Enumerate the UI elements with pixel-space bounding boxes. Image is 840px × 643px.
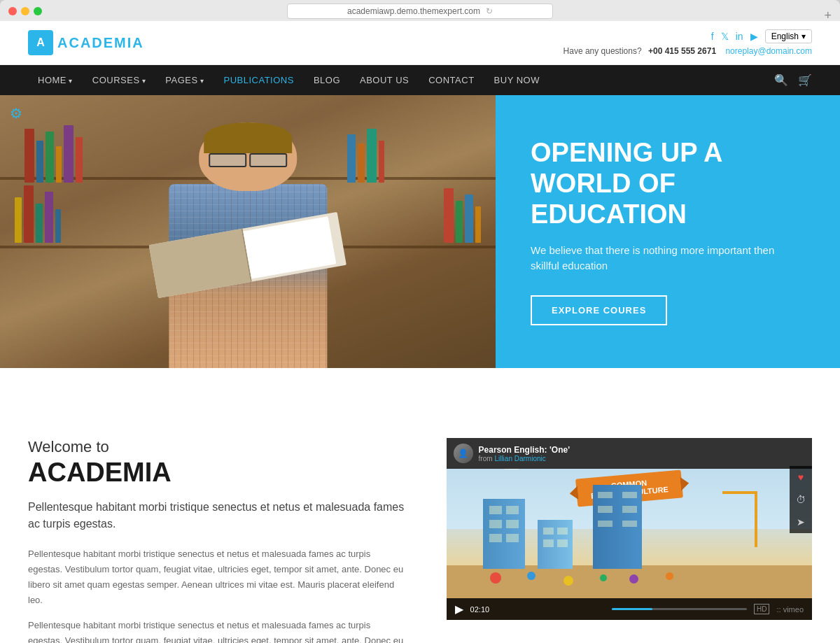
welcome-column: Welcome to ACADEMIA Pellentesque habitan…: [28, 438, 405, 643]
top-bar: A ACADEMIA f 𝕏 in ▶ English ▾ Have any q…: [0, 21, 840, 65]
settings-icon[interactable]: ⚙: [10, 105, 22, 122]
ball-blue: [527, 572, 536, 580]
social-and-lang: f 𝕏 in ▶ English ▾: [711, 29, 812, 43]
video-author: from Lillian Darmionic: [479, 455, 805, 462]
nav-right-icons: 🔍 🛒: [774, 73, 812, 87]
welcome-lead: Pellentesque habitant morbi tristique se…: [28, 499, 405, 532]
crane: [755, 491, 757, 547]
welcome-body-2: Pellentesque habitant morbi tristique se…: [28, 618, 405, 643]
twitter-icon[interactable]: 𝕏: [721, 31, 729, 42]
logo-letter: A: [36, 36, 45, 49]
like-icon[interactable]: ♥: [790, 466, 812, 488]
hero-image: ⚙: [0, 95, 496, 368]
contact-info: Have any questions? +00 415 555 2671 nor…: [564, 46, 812, 56]
logo-text: ACADEMIA: [57, 35, 144, 51]
building-2: [538, 520, 573, 569]
chevron-down-icon: ▾: [802, 31, 806, 41]
reload-icon[interactable]: ↻: [486, 6, 493, 16]
ball-yellow: [564, 576, 573, 586]
logo[interactable]: A ACADEMIA: [28, 30, 144, 55]
url-bar[interactable]: academiawp.demo.themexpert.com ↻: [287, 3, 553, 19]
facebook-icon[interactable]: f: [711, 31, 714, 42]
welcome-title: ACADEMIA: [28, 458, 405, 488]
nav-link-buynow[interactable]: BUY NOW: [484, 65, 550, 95]
nav-links: HOME COURSES PAGES PUBLICATIONS BLOG ABO…: [28, 65, 550, 95]
ball-purple: [629, 574, 638, 584]
question-label: Have any questions?: [564, 46, 642, 56]
nav-item-courses[interactable]: COURSES: [83, 65, 156, 95]
video-column: 👤 Pearson English: 'One' from Lillian Da…: [447, 438, 812, 643]
lower-section: Welcome to ACADEMIA Pellentesque habitan…: [0, 403, 840, 643]
search-icon[interactable]: 🔍: [774, 73, 788, 87]
nav-link-home[interactable]: HOME: [28, 65, 83, 95]
language-selector[interactable]: English ▾: [765, 29, 812, 43]
ball-orange: [666, 572, 673, 580]
share-icon[interactable]: ➤: [790, 511, 812, 533]
hero-subtitle: We believe that there is nothing more im…: [531, 243, 805, 274]
vimeo-branding: :: vimeo: [776, 605, 804, 614]
nav-link-pages[interactable]: PAGES: [155, 65, 214, 95]
maximize-button[interactable]: [34, 7, 42, 15]
explore-courses-button[interactable]: EXPLORE COURES: [531, 295, 667, 325]
video-avatar: 👤: [454, 444, 473, 463]
video-header: 👤 Pearson English: 'One' from Lillian Da…: [447, 438, 812, 469]
progress-fill: [612, 608, 652, 610]
clock-icon[interactable]: ⏱: [790, 488, 812, 511]
close-button[interactable]: [8, 7, 17, 15]
hero-title: OPENING UP A WORLD OF EDUCATION: [531, 138, 805, 229]
building-3: [593, 485, 642, 569]
nav-link-publications[interactable]: PUBLICATIONS: [214, 65, 303, 95]
email-link[interactable]: noreplay@domain.com: [725, 46, 812, 56]
url-text: academiawp.demo.themexpert.com: [347, 6, 480, 16]
lang-label: English: [771, 31, 799, 41]
main-nav: HOME COURSES PAGES PUBLICATIONS BLOG ABO…: [0, 65, 840, 95]
nav-link-blog[interactable]: BLOG: [304, 65, 350, 95]
hd-badge: HD: [754, 604, 769, 614]
welcome-subtitle: Welcome to: [28, 438, 405, 456]
building-1: [483, 499, 525, 569]
section-gap: [0, 368, 840, 403]
phone-number: +00 415 555 2671: [648, 46, 716, 56]
nav-link-courses[interactable]: COURSES: [83, 65, 156, 95]
logo-icon: A: [28, 30, 53, 55]
nav-link-contact[interactable]: CONTACT: [419, 65, 484, 95]
nav-item-publications[interactable]: PUBLICATIONS: [214, 65, 303, 95]
play-button[interactable]: ▶: [455, 602, 463, 616]
time-display: 02:10: [470, 605, 606, 614]
hero-section: ⚙: [0, 95, 840, 368]
nav-item-pages[interactable]: PAGES: [155, 65, 214, 95]
browser-titlebar: academiawp.demo.themexpert.com ↻ +: [0, 7, 840, 21]
progress-bar[interactable]: [612, 608, 747, 610]
linkedin-icon[interactable]: in: [736, 31, 743, 42]
video-header-info: Pearson English: 'One' from Lillian Darm…: [479, 445, 805, 462]
hero-content: OPENING UP A WORLD OF EDUCATION We belie…: [496, 95, 840, 368]
video-side-icons: ♥ ⏱ ➤: [790, 466, 812, 533]
nav-item-home[interactable]: HOME: [28, 65, 83, 95]
video-thumbnail[interactable]: 👤 Pearson English: 'One' from Lillian Da…: [447, 438, 812, 620]
new-tab-button[interactable]: +: [824, 8, 832, 23]
top-right-area: f 𝕏 in ▶ English ▾ Have any questions? +…: [564, 29, 812, 56]
browser-window: academiawp.demo.themexpert.com ↻ +: [0, 0, 840, 21]
nav-item-about[interactable]: ABOUT US: [350, 65, 419, 95]
youtube-icon[interactable]: ▶: [750, 31, 758, 42]
nav-item-contact[interactable]: CONTACT: [419, 65, 484, 95]
video-title: Pearson English: 'One': [479, 445, 805, 455]
minimize-button[interactable]: [21, 7, 29, 15]
welcome-body-1: Pellentesque habitant morbi tristique se…: [28, 546, 405, 608]
website-container: A ACADEMIA f 𝕏 in ▶ English ▾ Have any q…: [0, 21, 840, 643]
nav-link-about[interactable]: ABOUT US: [350, 65, 419, 95]
cart-icon[interactable]: 🛒: [798, 73, 812, 87]
video-controls: ▶ 02:10 HD :: vimeo: [447, 598, 812, 620]
window-controls: [8, 7, 42, 15]
nav-item-buynow[interactable]: BUY NOW: [484, 65, 550, 95]
nav-item-blog[interactable]: BLOG: [304, 65, 350, 95]
